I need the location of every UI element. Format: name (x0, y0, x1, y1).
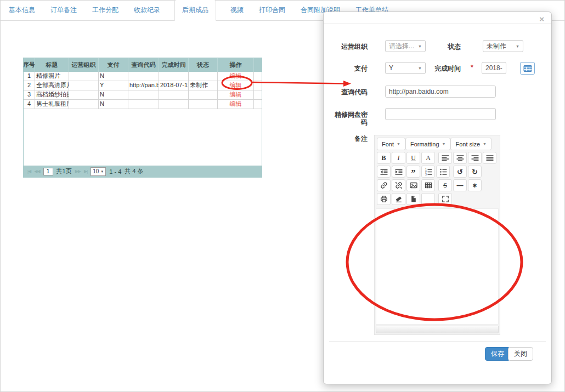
table-cell: 全部高清原片赠 (35, 81, 69, 90)
bold-button[interactable]: B (377, 152, 391, 164)
align-center-icon (456, 154, 464, 162)
tab-work-assignment[interactable]: 工作分配 (91, 0, 120, 20)
dialog-header-divider (324, 23, 551, 24)
edit-dialog: × 运营组织 请选择... ▼ 状态 未制作 ▼ 支付 Y ▼ 完成时间 * (323, 12, 552, 384)
unordered-list-button[interactable] (436, 166, 450, 178)
tab-video[interactable]: 视频 (229, 0, 245, 20)
indent-decrease-button[interactable] (377, 166, 391, 178)
underline-button[interactable]: U (406, 152, 420, 164)
edit-link[interactable]: 编辑 (230, 82, 242, 88)
pay-select[interactable]: Y ▼ (385, 62, 426, 74)
edit-link[interactable]: 编辑 (230, 72, 242, 79)
editor-content-area[interactable] (376, 208, 499, 325)
table-cell: 2018-07-15 (159, 81, 189, 90)
image-button[interactable] (406, 179, 420, 191)
code-button[interactable] (421, 193, 435, 205)
table-cell (189, 72, 218, 81)
close-button[interactable]: 关闭 (508, 347, 533, 361)
font-color-icon: A (426, 154, 431, 162)
table-header-row: 序号标题运营组织支付查询代码完成时间状态操作 (24, 58, 262, 72)
align-left-button[interactable] (438, 152, 452, 164)
edit-link[interactable]: 编辑 (230, 100, 242, 107)
org-select[interactable]: 请选择... ▼ (385, 40, 426, 52)
align-center-button[interactable] (453, 152, 467, 164)
ordered-list-button[interactable]: 123 (421, 166, 435, 178)
chevron-down-icon: ▼ (483, 142, 487, 146)
undo-button[interactable]: ↺ (453, 166, 467, 178)
italic-button[interactable]: I (392, 152, 405, 164)
finish-time-input[interactable] (482, 62, 506, 74)
table-row: 2全部高清原片赠Yhttp://pan.baid2018-07-15未制作编辑 (24, 81, 262, 90)
edit-link[interactable]: 编辑 (230, 91, 242, 98)
bold-icon: B (381, 154, 386, 162)
pagination-bar: |◀ ◀◀ 共1页 ▶▶ ▶| 10 ▼ 1 - 4 共 4 条 (24, 166, 262, 177)
font-menu-button[interactable]: Font▼ (377, 138, 405, 150)
special-char-button[interactable]: ✱ (468, 179, 482, 191)
tab-order-notes[interactable]: 订单备注 (49, 0, 78, 20)
toolbar-group (377, 179, 435, 191)
page-number-input[interactable] (43, 168, 53, 175)
save-button[interactable]: 保存 (485, 347, 510, 361)
fontsize-menu-button[interactable]: Font size▼ (450, 138, 491, 150)
blockquote-icon: ” (411, 167, 416, 176)
unlink-icon (395, 181, 403, 189)
prev-page-icon[interactable]: ◀◀ (34, 169, 39, 174)
results-table: 序号标题运营组织支付查询代码完成时间状态操作 1精修照片N编辑2全部高清原片赠Y… (23, 58, 262, 178)
last-page-icon[interactable]: ▶| (84, 169, 87, 174)
strikethrough-button[interactable]: S (438, 179, 452, 191)
first-page-icon[interactable]: |◀ (27, 169, 31, 174)
formatting-menu-button[interactable]: Formatting▼ (405, 138, 451, 150)
table-button[interactable] (421, 179, 435, 191)
strikethrough-icon: S (443, 181, 447, 190)
link-button[interactable] (377, 179, 391, 191)
table-cell: 4 (24, 100, 35, 109)
tab-post-production[interactable]: 后期成品 (174, 0, 216, 21)
table-cell (69, 81, 99, 90)
remove-format-button[interactable] (392, 193, 405, 205)
page-size-select[interactable]: 10 ▼ (91, 167, 106, 176)
table-cell (128, 100, 159, 109)
close-icon[interactable]: × (539, 15, 544, 23)
indent-increase-button[interactable] (392, 166, 405, 178)
column-header: 序号 (24, 58, 35, 72)
fullscreen-button[interactable] (438, 193, 452, 205)
svg-text:3: 3 (425, 173, 427, 175)
fullscreen-icon (442, 195, 449, 203)
tab-print-contract[interactable]: 打印合同 (258, 0, 286, 20)
next-page-icon[interactable]: ▶▶ (75, 169, 81, 174)
status-label: 状态 (433, 43, 461, 50)
query-code-input[interactable] (385, 86, 496, 98)
column-header: 操作 (218, 58, 254, 72)
table-cell: 未制作 (189, 81, 218, 90)
tab-payment-records[interactable]: 收款纪录 (133, 0, 161, 20)
table-cell: 精修照片 (35, 72, 69, 81)
unlink-button[interactable] (392, 179, 405, 191)
align-justify-button[interactable] (483, 152, 496, 164)
align-right-icon (471, 154, 479, 162)
table-cell: 3 (24, 90, 35, 99)
document-button[interactable] (406, 193, 420, 205)
horizontal-rule-button[interactable]: — (453, 179, 467, 191)
underline-icon: U (411, 154, 416, 162)
redo-button[interactable]: ↻ (468, 166, 482, 178)
page-size-value: 10 (93, 168, 99, 174)
table-cell: N (99, 90, 128, 99)
editor-resize-handle[interactable] (376, 326, 499, 333)
retouch-password-input[interactable] (385, 108, 496, 120)
align-right-button[interactable] (468, 152, 482, 164)
status-select[interactable]: 未制作 ▼ (483, 40, 523, 52)
blockquote-button[interactable]: ” (406, 166, 420, 178)
calendar-icon (523, 65, 532, 72)
special-char-icon: ✱ (472, 183, 477, 189)
font-color-button[interactable]: A (421, 152, 435, 164)
print-button[interactable] (377, 193, 391, 205)
finish-time-label: 完成时间 (426, 65, 461, 72)
calendar-button[interactable] (520, 62, 535, 75)
table-cell (128, 72, 159, 81)
tab-basic-info[interactable]: 基本信息 (8, 0, 36, 20)
table-cell: N (99, 72, 128, 81)
redo-icon: ↻ (472, 168, 478, 176)
editor-toolbar: Font▼Formatting▼Font size▼BIUA”123↺↻S—✱ (375, 135, 500, 207)
align-justify-icon (486, 154, 494, 162)
toolbar-group (377, 193, 435, 205)
